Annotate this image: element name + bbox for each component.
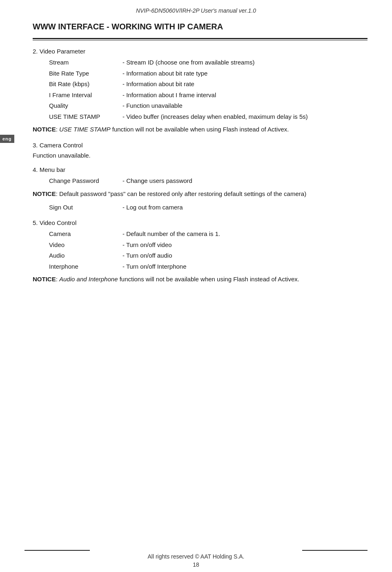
notice-text: function will not be available when usin… bbox=[111, 126, 289, 133]
section5-heading: 5. Video Control bbox=[33, 219, 368, 226]
section2-params: Stream - Stream ID (choose one from avai… bbox=[49, 58, 368, 121]
notice-label: NOTICE bbox=[33, 126, 56, 133]
param-sign-out-desc: - Log out from camera bbox=[122, 203, 183, 212]
param-stream: Stream - Stream ID (choose one from avai… bbox=[49, 58, 368, 67]
section-video-control: 5. Video Control Camera - Default number… bbox=[33, 219, 368, 284]
param-audio-name: Audio bbox=[49, 251, 122, 260]
section5-params: Camera - Default number of the camera is… bbox=[49, 229, 368, 271]
footer-line-left bbox=[24, 550, 90, 551]
param-change-password: Change Password - Change users password bbox=[49, 176, 368, 186]
section4-notice: NOTICE: Default password "pass" can be r… bbox=[33, 189, 368, 199]
param-bite-rate-type: Bite Rate Type - Information about bit r… bbox=[49, 69, 368, 78]
param-change-password-name: Change Password bbox=[49, 176, 122, 186]
section-menu-bar: 4. Menu bar Change Password - Change use… bbox=[33, 166, 368, 212]
section4-notice-text: : Default password "pass" can be restore… bbox=[56, 190, 306, 197]
param-use-time-stamp: USE TIME STAMP - Video buffer (increases… bbox=[49, 112, 368, 122]
notice-italic: USE TIME STAMP bbox=[59, 126, 111, 133]
param-camera-desc: - Default number of the camera is 1. bbox=[122, 229, 220, 239]
param-video-name: Video bbox=[49, 240, 122, 250]
param-iframe-interval: I Frame Interval - Information about I f… bbox=[49, 91, 368, 100]
page-header: NVIP-6DN5060V/IRH-2P User's manual ver.1… bbox=[0, 0, 392, 18]
main-content: WWW INTERFACE - WORKING WITH IP CAMERA 2… bbox=[8, 22, 392, 284]
section5-notice-italic: Audio and Interphone bbox=[59, 276, 118, 283]
section4-params: Change Password - Change users password bbox=[49, 176, 368, 186]
param-video: Video - Turn on/off video bbox=[49, 240, 368, 250]
param-use-time-stamp-name: USE TIME STAMP bbox=[49, 112, 122, 122]
notice-colon: : bbox=[56, 126, 59, 133]
param-sign-out-name: Sign Out bbox=[49, 203, 122, 212]
param-quality: Quality - Function unavailable bbox=[49, 101, 368, 111]
param-interphone-desc: - Turn on/off Interphone bbox=[122, 262, 187, 272]
page-footer: All rights reserved © AAT Holding S.A. bbox=[0, 553, 392, 560]
param-audio: Audio - Turn on/off audio bbox=[49, 251, 368, 260]
section5-notice-label: NOTICE bbox=[33, 276, 56, 283]
param-camera: Camera - Default number of the camera is… bbox=[49, 229, 368, 239]
section-video-parameter: 2. Video Parameter Stream - Stream ID (c… bbox=[33, 48, 368, 134]
section-camera-control: 3. Camera Control Function unavailable. bbox=[33, 142, 368, 159]
eng-tab: eng bbox=[0, 135, 14, 143]
param-bite-rate-type-name: Bite Rate Type bbox=[49, 69, 122, 78]
param-video-desc: - Turn on/off video bbox=[122, 240, 172, 250]
param-interphone: Interphone - Turn on/off Interphone bbox=[49, 262, 368, 272]
param-camera-name: Camera bbox=[49, 229, 122, 239]
section4-heading: 4. Menu bar bbox=[33, 166, 368, 173]
param-stream-name: Stream bbox=[49, 58, 122, 67]
divider-thick bbox=[33, 38, 368, 39]
section2-heading: 2. Video Parameter bbox=[33, 48, 368, 55]
param-bit-rate-desc: - Information about bit rate bbox=[122, 80, 194, 89]
page-title: WWW INTERFACE - WORKING WITH IP CAMERA bbox=[33, 22, 368, 31]
divider-thin bbox=[33, 40, 368, 40]
param-iframe-interval-name: I Frame Interval bbox=[49, 91, 122, 100]
param-change-password-desc: - Change users password bbox=[122, 176, 192, 186]
param-quality-desc: - Function unavailable bbox=[122, 101, 183, 111]
param-bite-rate-type-desc: - Information about bit rate type bbox=[122, 69, 207, 78]
param-audio-desc: - Turn on/off audio bbox=[122, 251, 172, 260]
param-sign-out: Sign Out - Log out from camera bbox=[49, 203, 368, 212]
section4-params-2: Sign Out - Log out from camera bbox=[49, 203, 368, 212]
param-bit-rate: Bit Rate (kbps) - Information about bit … bbox=[49, 80, 368, 89]
section5-notice-text: functions will not be available when usi… bbox=[118, 276, 299, 283]
page-number: 18 bbox=[0, 561, 392, 568]
param-bit-rate-name: Bit Rate (kbps) bbox=[49, 80, 122, 89]
param-interphone-name: Interphone bbox=[49, 262, 122, 272]
param-iframe-interval-desc: - Information about I frame interval bbox=[122, 91, 216, 100]
section4-notice-label: NOTICE bbox=[33, 190, 56, 197]
param-quality-name: Quality bbox=[49, 101, 122, 111]
param-stream-desc: - Stream ID (choose one from available s… bbox=[122, 58, 254, 67]
footer-line-right bbox=[302, 550, 368, 551]
param-use-time-stamp-desc: - Video buffer (increases delay when ena… bbox=[122, 112, 308, 122]
section5-notice-colon: : bbox=[56, 276, 59, 283]
section5-notice: NOTICE: Audio and Interphone functions w… bbox=[33, 274, 368, 284]
section3-function-unavailable: Function unavailable. bbox=[33, 152, 368, 159]
section3-heading: 3. Camera Control bbox=[33, 142, 368, 149]
section2-notice: NOTICE: USE TIME STAMP function will not… bbox=[33, 125, 368, 134]
